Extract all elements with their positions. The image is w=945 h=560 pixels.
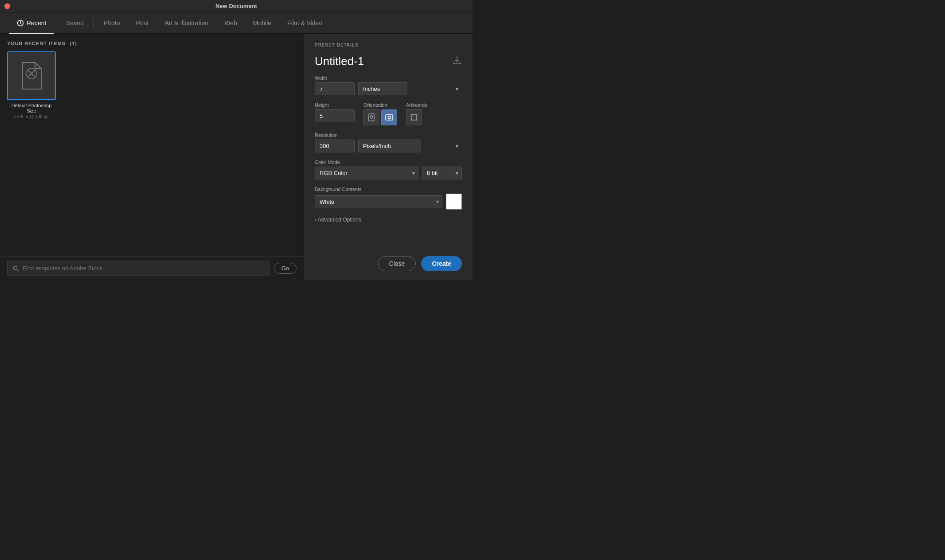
bit-depth-select[interactable]: 8 bit 16 bit 32 bit [422,167,462,179]
color-mode-field-group: Color Mode RGB Color CMYK Color Grayscal… [315,159,462,179]
tab-mobile[interactable]: Mobile [245,12,279,34]
tab-recent[interactable]: Recent [9,12,54,34]
landscape-icon [385,113,394,121]
width-unit-select[interactable]: Inches Pixels Centimeters Millimeters [358,82,407,95]
color-mode-row: RGB Color CMYK Color Grayscale Lab Color… [315,167,462,179]
search-icon [13,265,19,272]
svg-line-7 [17,269,19,271]
right-panel: PRESET DETAILS Untitled-1 Width Inches P… [304,34,472,280]
tab-recent-label: Recent [27,19,46,27]
search-bar: Go [0,256,304,280]
title-bar: New Document [0,0,472,12]
tab-print-label: Print [136,19,149,27]
recent-item-thumbnail [7,51,56,100]
advanced-options-label: › Advanced Options [315,217,361,223]
tab-film[interactable]: Film & Video [279,12,330,34]
tab-web[interactable]: Web [216,12,245,34]
recent-section-label: YOUR RECENT ITEMS [7,41,66,46]
preset-details-label: PRESET DETAILS [315,43,462,47]
portrait-icon [367,113,375,122]
tab-divider-1 [56,18,56,28]
tab-photo[interactable]: Photo [96,12,128,34]
svg-point-11 [388,116,390,119]
height-label: Height [315,102,355,108]
tab-print[interactable]: Print [128,12,157,34]
background-contents-field-group: Background Contents White Black Backgrou… [315,187,462,210]
color-mode-label: Color Mode [315,159,462,165]
tab-art[interactable]: Art & Illustration [156,12,216,34]
recent-grid: Default Photoshop Size 7 × 5 in @ 300 pp… [0,51,304,256]
recent-item-name: Default Photoshop Size [9,103,54,113]
artboard-toggle-button[interactable] [406,109,422,125]
orientation-label: Orientation [363,102,397,108]
resolution-unit-select-wrap: Pixels/Inch Pixels/Centimeter [358,140,462,152]
color-mode-select[interactable]: RGB Color CMYK Color Grayscale Lab Color [315,167,418,179]
tab-saved-label: Saved [66,19,84,27]
artboards-group: Artboards [406,102,427,125]
color-mode-select-wrap: RGB Color CMYK Color Grayscale Lab Color [315,167,418,179]
tab-saved[interactable]: Saved [58,12,92,34]
preset-title: Untitled-1 [315,54,364,68]
save-preset-icon[interactable] [452,55,462,67]
background-contents-row: White Black Background Color Transparent [315,194,462,210]
preset-title-row: Untitled-1 [315,54,462,68]
height-input[interactable] [315,109,355,122]
portrait-button[interactable] [363,109,379,125]
resolution-input[interactable] [315,140,355,152]
recent-item-size: 7 × 5 in @ 300 ppi [9,114,54,119]
background-color-swatch[interactable] [446,194,462,210]
main-layout: YOUR RECENT ITEMS (1) Default Photoshop … [0,34,472,280]
resolution-field-group: Resolution Pixels/Inch Pixels/Centimeter [315,132,462,152]
height-field-group: Height [315,102,355,122]
tab-film-label: Film & Video [287,19,322,27]
tab-photo-label: Photo [104,19,120,27]
go-button[interactable]: Go [274,263,297,274]
advanced-options-toggle[interactable]: › Advanced Options [315,217,462,223]
svg-rect-8 [369,114,374,121]
close-button[interactable]: Close [378,256,416,271]
background-contents-select[interactable]: White Black Background Color Transparent [315,195,442,208]
recent-section-header: YOUR RECENT ITEMS (1) [0,34,304,51]
orientation-group: Orientation [363,102,397,125]
background-contents-select-wrap: White Black Background Color Transparent [315,195,442,208]
search-input-wrap [7,261,269,276]
width-field-group: Width Inches Pixels Centimeters Millimet… [315,75,462,95]
svg-rect-10 [386,115,393,120]
artboards-label: Artboards [406,102,427,108]
height-orient-row: Height Orientation [315,102,462,125]
background-contents-label: Background Contents [315,187,462,192]
tab-mobile-label: Mobile [253,19,271,27]
tab-divider-2 [94,18,94,28]
artboard-buttons [406,109,427,125]
resolution-unit-select[interactable]: Pixels/Inch Pixels/Centimeter [358,140,421,152]
tab-bar: Recent Saved Photo Print Art & Illustrat… [0,12,472,34]
width-input[interactable] [315,82,355,95]
orientation-buttons [363,109,397,125]
resolution-row: Pixels/Inch Pixels/Centimeter [315,140,462,152]
svg-point-6 [14,266,17,269]
create-button[interactable]: Create [421,256,462,271]
artboard-icon [410,113,418,121]
svg-rect-12 [411,115,417,120]
search-input[interactable] [23,265,264,272]
recent-item[interactable]: Default Photoshop Size 7 × 5 in @ 300 pp… [7,51,56,120]
file-document-icon [18,60,45,91]
recent-section-count: (1) [70,41,77,46]
close-window-button[interactable] [4,3,10,9]
bit-depth-select-wrap: 8 bit 16 bit 32 bit [422,167,462,179]
width-label: Width [315,75,462,81]
svg-point-9 [370,116,373,118]
resolution-label: Resolution [315,132,462,138]
recent-item-info: Default Photoshop Size 7 × 5 in @ 300 pp… [7,100,56,120]
landscape-button[interactable] [381,109,397,125]
tab-art-label: Art & Illustration [164,19,208,27]
window-title: New Document [215,3,257,9]
width-row: Inches Pixels Centimeters Millimeters [315,82,462,95]
bottom-buttons: Close Create [315,253,462,271]
clock-icon [17,19,24,27]
tab-web-label: Web [224,19,237,27]
left-panel: YOUR RECENT ITEMS (1) Default Photoshop … [0,34,304,280]
width-unit-select-wrap: Inches Pixels Centimeters Millimeters [358,82,462,95]
svg-line-2 [20,23,22,24]
